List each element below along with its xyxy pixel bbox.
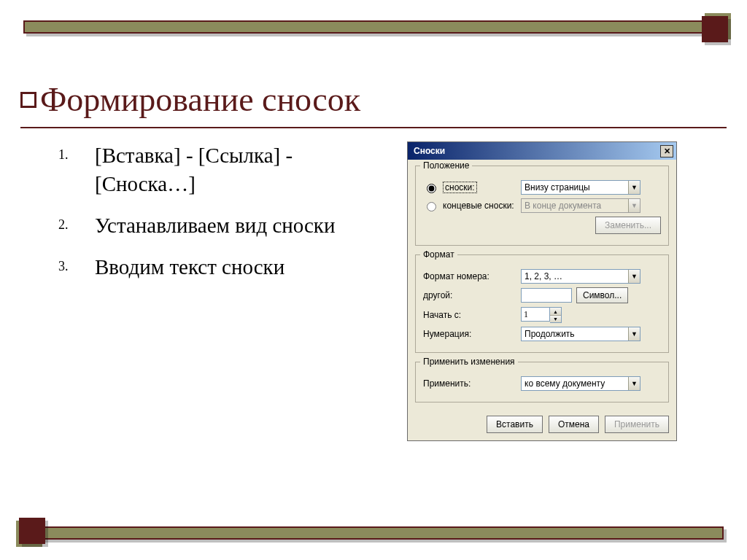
dialog-title: Сноски: [414, 146, 445, 156]
number-format-row: Формат номера: 1, 2, 3, … ▼: [423, 269, 661, 284]
group-legend: Применить изменения: [420, 357, 518, 367]
spinner-up-icon[interactable]: ▲: [550, 308, 561, 315]
apply-to-select[interactable]: ко всему документу ▼: [521, 376, 640, 391]
chevron-down-icon: ▼: [628, 327, 640, 341]
format-group: Формат Формат номера: 1, 2, 3, … ▼ друго…: [415, 254, 669, 353]
list-text: [Вставка] - [Ссылка] - [Сноска…]: [95, 144, 293, 195]
cancel-button[interactable]: Отмена: [549, 416, 599, 433]
endnote-position-select: В конце документа ▼: [521, 198, 640, 213]
dialog-body: Положение сноски: Внизу страницы ▼ конце…: [408, 160, 676, 440]
select-value: ко всему документу: [525, 378, 605, 389]
endnote-radio[interactable]: [427, 202, 436, 211]
group-legend: Формат: [420, 249, 457, 260]
start-at-row: Начать с: ▲ ▼: [423, 307, 661, 323]
list-item: 3.Вводим текст сноски: [58, 253, 379, 281]
apply-to-row: Применить: ко всему документу ▼: [423, 376, 661, 391]
select-value: 1, 2, 3, …: [525, 271, 562, 281]
footnote-dialog: Сноски ✕ Положение сноски: Внизу страниц…: [407, 141, 677, 441]
slide-title: Формирование сносок: [40, 80, 360, 119]
numbering-select[interactable]: Продолжить ▼: [521, 327, 640, 341]
titlebar[interactable]: Сноски ✕: [408, 142, 676, 160]
list-number: 2.: [58, 216, 69, 233]
select-value: Внизу страницы: [525, 182, 590, 192]
number-format-label: Формат номера:: [423, 271, 516, 281]
close-icon: ✕: [664, 147, 670, 156]
replace-button: Заменить...: [595, 217, 661, 234]
steps-list: 1.[Вставка] - [Ссылка] - [Сноска…] 2.Уст…: [58, 141, 379, 295]
title-underline: [20, 127, 727, 128]
decorative-bottom-bar: [23, 526, 724, 540]
number-format-select[interactable]: 1, 2, 3, … ▼: [521, 269, 640, 284]
group-legend: Положение: [420, 160, 472, 171]
chevron-down-icon: ▼: [628, 270, 640, 283]
decorative-top-bar: [23, 20, 724, 34]
spinner-buttons: ▲ ▼: [550, 307, 562, 323]
start-at-label: Начать с:: [423, 310, 516, 320]
endnote-radio-label: концевые сноски:: [443, 201, 514, 211]
chevron-down-icon: ▼: [628, 199, 640, 212]
list-item: 1.[Вставка] - [Ссылка] - [Сноска…]: [58, 141, 379, 198]
position-group: Положение сноски: Внизу страницы ▼ конце…: [415, 166, 669, 246]
numbering-label: Нумерация:: [423, 329, 516, 339]
other-label: другой:: [423, 290, 516, 300]
footnote-radio[interactable]: [427, 184, 436, 193]
start-at-input[interactable]: [521, 307, 550, 322]
start-at-spinner[interactable]: ▲ ▼: [521, 307, 562, 323]
footnote-radio-label: сноски:: [443, 182, 477, 193]
footnote-position-select[interactable]: Внизу страницы ▼: [521, 180, 640, 195]
spinner-down-icon[interactable]: ▼: [550, 315, 561, 322]
symbol-button[interactable]: Символ...: [576, 287, 628, 303]
apply-changes-group: Применить изменения Применить: ко всему …: [415, 362, 669, 402]
select-value: В конце документа: [525, 201, 601, 211]
list-number: 3.: [58, 257, 69, 275]
numbering-row: Нумерация: Продолжить ▼: [423, 327, 661, 341]
apply-button: Применить: [605, 416, 669, 433]
decorative-square: [19, 518, 45, 544]
replace-row: Заменить...: [423, 217, 661, 234]
dialog-footer: Вставить Отмена Применить: [415, 411, 669, 433]
close-button[interactable]: ✕: [660, 145, 673, 158]
other-row: другой: Символ...: [423, 287, 661, 303]
chevron-down-icon: ▼: [628, 377, 640, 390]
decorative-square: [702, 16, 728, 42]
list-item: 2.Устанавливаем вид сноски: [58, 211, 379, 240]
endnote-row: концевые сноски: В конце документа ▼: [423, 198, 661, 213]
list-number: 1.: [58, 146, 69, 163]
insert-button[interactable]: Вставить: [487, 416, 543, 433]
list-text: Устанавливаем вид сноски: [95, 214, 335, 237]
list-text: Вводим текст сноски: [95, 255, 285, 279]
chevron-down-icon: ▼: [628, 181, 640, 194]
select-value: Продолжить: [525, 329, 575, 339]
apply-to-label: Применить:: [423, 378, 516, 389]
footnote-row: сноски: Внизу страницы ▼: [423, 180, 661, 195]
other-symbol-input[interactable]: [521, 288, 572, 303]
